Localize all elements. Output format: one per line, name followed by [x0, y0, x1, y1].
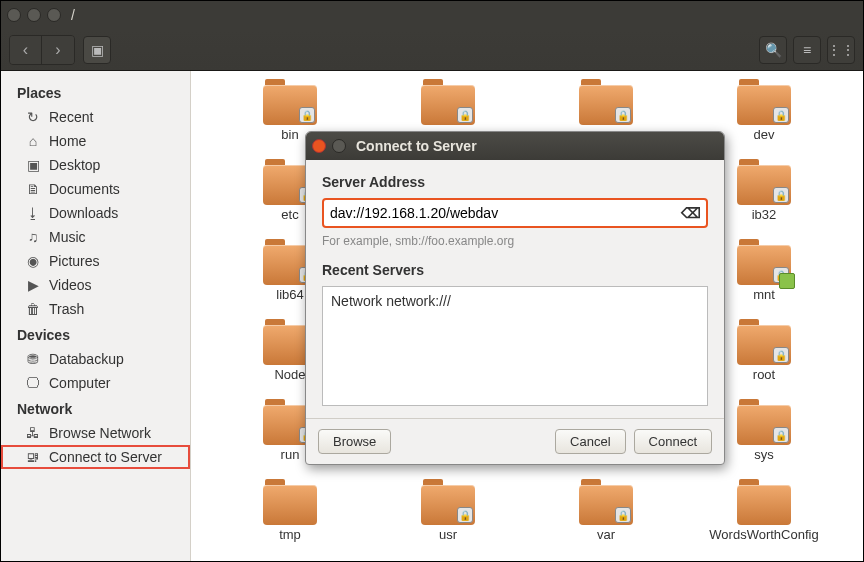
- sidebar-item-pictures[interactable]: ◉Pictures: [1, 249, 190, 273]
- folder-label: root: [753, 367, 775, 382]
- sidebar-item-label: Connect to Server: [49, 449, 162, 465]
- folder-label: etc: [281, 207, 298, 222]
- folder-usr[interactable]: 🔒usr: [369, 485, 527, 562]
- folder-tmp[interactable]: tmp: [211, 485, 369, 562]
- sidebar-item-computer[interactable]: 🖵Computer: [1, 371, 190, 395]
- sidebar-item-label: Trash: [49, 301, 84, 317]
- folder-label: Node: [274, 367, 305, 382]
- server-icon: 🖳: [25, 449, 41, 465]
- folder-label: usr: [439, 527, 457, 542]
- sidebar-item-label: Browse Network: [49, 425, 151, 441]
- sidebar-head-places: Places: [1, 79, 190, 105]
- computer-icon: 🖵: [25, 375, 41, 391]
- browse-button[interactable]: Browse: [318, 429, 391, 454]
- dialog-close-icon[interactable]: [312, 139, 326, 153]
- sidebar-item-home[interactable]: ⌂Home: [1, 129, 190, 153]
- lock-icon: 🔒: [299, 107, 315, 123]
- sidebar-item-label: Desktop: [49, 157, 100, 173]
- pictures-icon: ◉: [25, 253, 41, 269]
- server-address-field-wrap: ⌫: [322, 198, 708, 228]
- sidebar-item-label: Videos: [49, 277, 92, 293]
- sidebar-item-downloads[interactable]: ⭳Downloads: [1, 201, 190, 225]
- documents-icon: 🗎: [25, 181, 41, 197]
- close-icon[interactable]: [7, 8, 21, 22]
- sidebar-item-connect-server[interactable]: 🖳Connect to Server: [1, 445, 190, 469]
- sidebar-item-music[interactable]: ♫Music: [1, 225, 190, 249]
- sidebar-item-videos[interactable]: ▶Videos: [1, 273, 190, 297]
- folder-label: bin: [281, 127, 298, 142]
- folder-label: tmp: [279, 527, 301, 542]
- minimize-icon[interactable]: [27, 8, 41, 22]
- connect-to-server-dialog: Connect to Server Server Address ⌫ For e…: [305, 131, 725, 465]
- sidebar-item-documents[interactable]: 🗎Documents: [1, 177, 190, 201]
- sidebar-item-label: Music: [49, 229, 86, 245]
- connect-button[interactable]: Connect: [634, 429, 712, 454]
- search-icon[interactable]: 🔍: [759, 36, 787, 64]
- cancel-button[interactable]: Cancel: [555, 429, 625, 454]
- recent-servers-list[interactable]: Network network:///: [322, 286, 708, 406]
- sidebar-item-label: Downloads: [49, 205, 118, 221]
- clear-icon[interactable]: ⌫: [682, 204, 700, 222]
- server-address-label: Server Address: [322, 174, 708, 190]
- folder-wordsworthconfig[interactable]: WordsWorthConfig: [685, 485, 843, 562]
- folder-label: ib32: [752, 207, 777, 222]
- window-titlebar: /: [1, 1, 863, 29]
- sidebar-item-databackup[interactable]: ⛃Databackup: [1, 347, 190, 371]
- path-root-button[interactable]: ▣: [83, 36, 111, 64]
- folder-label: var: [597, 527, 615, 542]
- drive-icon: ⛃: [25, 351, 41, 367]
- sidebar-head-network: Network: [1, 395, 190, 421]
- sidebar-item-trash[interactable]: 🗑Trash: [1, 297, 190, 321]
- sidebar-head-devices: Devices: [1, 321, 190, 347]
- view-grid-icon[interactable]: ⋮⋮: [827, 36, 855, 64]
- folder-label: mnt: [753, 287, 775, 302]
- window-title: /: [71, 7, 75, 23]
- folder-label: lib64: [276, 287, 303, 302]
- sidebar: Places ↻Recent ⌂Home ▣Desktop 🗎Documents…: [1, 71, 191, 561]
- back-button[interactable]: ‹: [10, 36, 42, 64]
- sidebar-item-desktop[interactable]: ▣Desktop: [1, 153, 190, 177]
- desktop-icon: ▣: [25, 157, 41, 173]
- recent-server-item[interactable]: Network network:///: [331, 293, 699, 309]
- dialog-minimize-icon[interactable]: [332, 139, 346, 153]
- music-icon: ♫: [25, 229, 41, 245]
- maximize-icon[interactable]: [47, 8, 61, 22]
- sidebar-item-label: Home: [49, 133, 86, 149]
- server-address-hint: For example, smb://foo.example.org: [322, 234, 708, 248]
- dialog-title: Connect to Server: [356, 138, 477, 154]
- view-list-icon[interactable]: ≡: [793, 36, 821, 64]
- folder-label: dev: [754, 127, 775, 142]
- dialog-titlebar: Connect to Server: [306, 132, 724, 160]
- sidebar-item-label: Documents: [49, 181, 120, 197]
- sidebar-item-label: Pictures: [49, 253, 100, 269]
- server-address-input[interactable]: [330, 205, 682, 221]
- folder-label: WordsWorthConfig: [709, 527, 818, 542]
- sidebar-item-label: Databackup: [49, 351, 124, 367]
- forward-button[interactable]: ›: [42, 36, 74, 64]
- folder-label: sys: [754, 447, 774, 462]
- downloads-icon: ⭳: [25, 205, 41, 221]
- sidebar-item-browse-network[interactable]: 🖧Browse Network: [1, 421, 190, 445]
- toolbar: ‹ › ▣ 🔍 ≡ ⋮⋮: [1, 29, 863, 71]
- folder-label: run: [281, 447, 300, 462]
- network-icon: 🖧: [25, 425, 41, 441]
- sidebar-item-label: Computer: [49, 375, 110, 391]
- recent-icon: ↻: [25, 109, 41, 125]
- videos-icon: ▶: [25, 277, 41, 293]
- trash-icon: 🗑: [25, 301, 41, 317]
- sidebar-item-recent[interactable]: ↻Recent: [1, 105, 190, 129]
- folder-var[interactable]: 🔒var: [527, 485, 685, 562]
- recent-servers-label: Recent Servers: [322, 262, 708, 278]
- sidebar-item-label: Recent: [49, 109, 93, 125]
- home-icon: ⌂: [25, 133, 41, 149]
